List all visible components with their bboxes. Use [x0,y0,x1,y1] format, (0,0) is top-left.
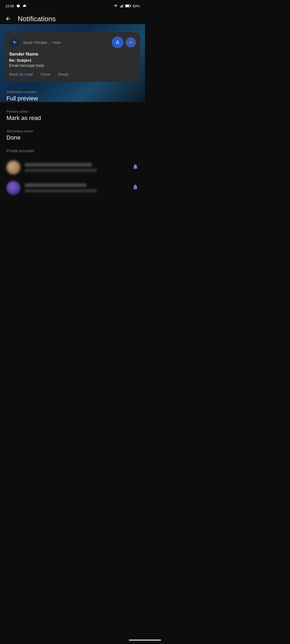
notification-preview-setting[interactable]: Notification preview Full preview [6,90,139,102]
wifi-icon [113,4,118,8]
battery-icon [125,4,131,8]
svg-rect-1 [121,6,122,8]
svg-rect-5 [125,5,129,7]
mark-as-read-button[interactable]: Mark as read [9,72,33,76]
status-time: 10:06 [5,4,14,8]
bell-icon[interactable] [132,184,139,192]
secondary-action-label: Secondary action [6,129,139,133]
reply-button[interactable]: Reply [58,72,68,76]
battery-percent: 80% [133,4,140,8]
primary-action-value: Mark as read [6,115,139,122]
svg-rect-2 [122,5,122,8]
page-title: Notifications [18,15,56,23]
status-right: 80% [113,4,140,8]
notification-actions: Mark as read Done Reply [9,72,136,76]
account-name-blurred [25,163,92,167]
notification-status-icon [16,4,20,8]
notification-card: Spark • Recipie… • Now A Sender Name Re:… [5,32,140,82]
bell-icon[interactable] [132,163,139,171]
back-button[interactable] [3,13,13,24]
secondary-action-value: Done [6,134,139,141]
avatar [6,160,20,174]
avatar: A [112,36,124,48]
svg-rect-0 [120,6,121,8]
primary-action-setting[interactable]: Primary action Mark as read [6,109,139,122]
notification-preview-label: Notification preview [6,90,139,94]
sender-name: Sender Name [9,52,136,57]
list-item[interactable] [6,178,139,198]
cloud-status-icon [22,4,27,8]
notification-header-left: Spark • Recipie… • Now [9,37,61,48]
private-accounts-section: Private accounts [0,149,145,198]
account-name-blurred [25,183,86,187]
svg-rect-6 [130,5,131,7]
status-bar: 10:06 80% [0,0,145,11]
done-button[interactable]: Done [41,72,50,76]
account-detail-blurred [25,189,97,192]
account-detail-blurred [25,169,97,172]
primary-action-label: Primary action [6,109,139,114]
secondary-action-setting[interactable]: Secondary action Done [6,129,139,141]
email-subject: Re: Subject [9,58,136,63]
account-info [25,163,128,172]
settings-section: Notification preview Full preview Primar… [0,82,145,141]
collapse-button[interactable] [126,37,136,47]
list-item[interactable] [6,157,139,178]
notification-body: Sender Name Re: Subject Email message bo… [9,52,136,76]
account-info [25,183,128,192]
private-accounts-title: Private accounts [6,149,139,153]
status-left: 10:06 [5,4,27,8]
email-body: Email message body [9,63,136,68]
avatar [6,181,20,195]
signal-icon [120,4,124,8]
svg-rect-3 [123,4,124,8]
notification-preview-value: Full preview [6,95,139,102]
notification-header-right: A [112,36,136,48]
notification-header: Spark • Recipie… • Now A [9,36,136,48]
spark-app-icon [9,37,20,48]
notification-app-info: Spark • Recipie… • Now [23,41,61,45]
